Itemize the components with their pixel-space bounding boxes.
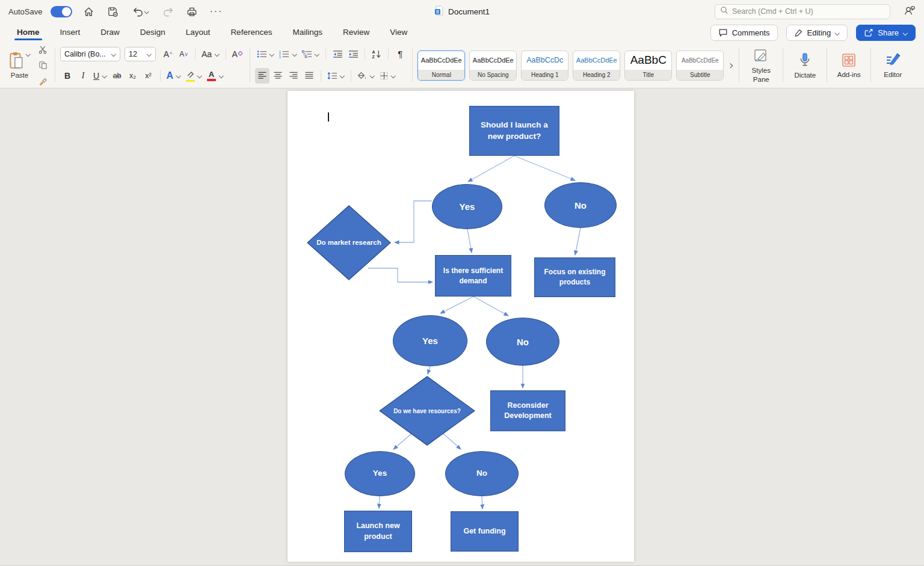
- clear-formatting-button[interactable]: A: [230, 46, 245, 62]
- editor-button[interactable]: Editor: [876, 50, 910, 79]
- show-formatting-button[interactable]: ¶: [393, 46, 407, 62]
- style-normal[interactable]: AaBbCcDdEe Normal: [417, 51, 465, 81]
- tab-home[interactable]: Home: [16, 24, 41, 42]
- styles-pane-button[interactable]: Styles Pane: [744, 46, 778, 84]
- flowchart-shape-yes-2[interactable]: Yes: [393, 315, 467, 366]
- chevron-down-icon: [292, 52, 297, 57]
- italic-button[interactable]: I: [76, 68, 90, 84]
- increase-indent-button[interactable]: [346, 46, 360, 62]
- redo-icon[interactable]: [160, 4, 176, 19]
- flowchart-shape-launch[interactable]: Launch new product: [344, 511, 412, 552]
- tab-view[interactable]: View: [389, 24, 408, 42]
- justify-button[interactable]: [302, 68, 316, 84]
- font-name-value: Calibri (Bo...: [64, 50, 106, 58]
- shading-button[interactable]: [356, 68, 376, 84]
- style-title[interactable]: AaBbC Title: [624, 51, 672, 81]
- highlight-color-button[interactable]: [184, 68, 204, 84]
- search-input[interactable]: [732, 7, 885, 16]
- flowchart: Should I launch a new product?YesNoDo ma…: [288, 91, 634, 562]
- grow-font-button[interactable]: A^: [161, 46, 175, 62]
- eraser-icon: [238, 51, 243, 57]
- line-spacing-button[interactable]: [325, 68, 346, 84]
- tab-review[interactable]: Review: [342, 24, 371, 42]
- style-heading-2[interactable]: AaBbCcDdEe Heading 2: [573, 51, 620, 81]
- autosave-toggle[interactable]: [51, 6, 72, 17]
- superscript-button[interactable]: x²: [141, 68, 156, 84]
- shrink-font-button[interactable]: Av: [176, 46, 191, 62]
- chevron-down-icon: [340, 73, 345, 78]
- addins-label: Add-ins: [837, 70, 861, 79]
- flowchart-shape-reconsider[interactable]: Reconsider Development: [490, 390, 565, 431]
- addins-button[interactable]: Add-ins: [832, 50, 866, 79]
- flowchart-shape-demand[interactable]: Is there sufficient demand: [435, 255, 511, 297]
- flowchart-shape-no-2[interactable]: No: [486, 318, 559, 366]
- more-options-icon[interactable]: ···: [208, 4, 224, 19]
- comments-button[interactable]: Comments: [710, 25, 778, 41]
- feedback-person-icon[interactable]: [904, 5, 916, 19]
- align-left-button[interactable]: [255, 68, 270, 84]
- toggle-knob: [62, 7, 71, 16]
- word-document-icon: [434, 5, 444, 18]
- comment-bubble-icon: [718, 28, 728, 37]
- editing-mode-button[interactable]: Editing: [786, 25, 848, 41]
- align-right-button[interactable]: [286, 68, 301, 84]
- editor-label: Editor: [884, 70, 902, 79]
- print-icon[interactable]: [184, 4, 200, 19]
- decrease-indent-button[interactable]: [330, 46, 345, 62]
- flowchart-shape-funding[interactable]: Get funding: [451, 511, 519, 552]
- dictate-button[interactable]: Dictate: [788, 50, 822, 79]
- flowchart-shape-market[interactable]: Do market research: [307, 205, 391, 280]
- flowchart-shape-resources[interactable]: Do we have resources?: [379, 376, 475, 446]
- chevron-down-icon: [219, 73, 224, 78]
- numbering-button[interactable]: 123: [277, 46, 298, 62]
- subscript-button[interactable]: x₂: [126, 68, 140, 84]
- flowchart-shape-no-1[interactable]: No: [544, 182, 617, 228]
- font-size-value: 12: [129, 50, 137, 58]
- flowchart-shape-focus[interactable]: Focus on existing products: [534, 257, 615, 297]
- style-heading-1[interactable]: AaBbCcDc Heading 1: [521, 51, 568, 81]
- strikethrough-button[interactable]: ab: [110, 68, 125, 84]
- flowchart-shape-yes-1[interactable]: Yes: [432, 184, 502, 229]
- comments-label: Comments: [732, 28, 770, 37]
- sort-button[interactable]: AZ: [369, 46, 384, 62]
- text-effects-button[interactable]: A: [165, 68, 183, 84]
- borders-button[interactable]: [378, 68, 398, 84]
- style-no-spacing[interactable]: AaBbCcDdEe No Spacing: [469, 51, 517, 81]
- share-icon: [864, 28, 873, 37]
- font-name-select[interactable]: Calibri (Bo...: [60, 47, 120, 61]
- document-page[interactable]: Should I launch a new product?YesNoDo ma…: [288, 91, 634, 562]
- format-painter-icon[interactable]: [35, 73, 50, 89]
- tab-mailings[interactable]: Mailings: [291, 24, 324, 42]
- tab-draw[interactable]: Draw: [99, 24, 121, 42]
- paste-button[interactable]: Paste: [6, 51, 33, 80]
- search-bar[interactable]: [715, 4, 890, 19]
- change-case-button[interactable]: Aa: [200, 46, 221, 62]
- home-icon[interactable]: [81, 4, 96, 19]
- tab-references[interactable]: References: [229, 24, 273, 42]
- font-size-select[interactable]: 12: [125, 47, 156, 61]
- tab-insert[interactable]: Insert: [59, 24, 82, 42]
- underline-button[interactable]: U: [91, 68, 109, 84]
- style-subtitle[interactable]: AaBbCcDdEe Subtitle: [676, 51, 724, 81]
- style-sample: AaBbCcDc: [522, 51, 568, 70]
- share-button[interactable]: Share: [856, 25, 916, 41]
- flowchart-shape-start[interactable]: Should I launch a new product?: [469, 106, 559, 156]
- style-sample: AaBbCcDdEe: [677, 51, 723, 70]
- document-canvas-area[interactable]: Should I launch a new product?YesNoDo ma…: [0, 88, 924, 566]
- multilevel-list-button[interactable]: [300, 46, 321, 62]
- tab-layout[interactable]: Layout: [185, 24, 212, 42]
- copy-icon[interactable]: [35, 58, 50, 73]
- tab-design[interactable]: Design: [139, 24, 167, 42]
- bold-button[interactable]: B: [60, 68, 75, 84]
- cut-icon[interactable]: [35, 42, 50, 58]
- bullets-button[interactable]: [255, 46, 276, 62]
- undo-icon[interactable]: [129, 4, 152, 19]
- more-styles-chevron-icon[interactable]: [728, 63, 733, 68]
- outdent-icon: [333, 50, 343, 58]
- align-center-button[interactable]: [271, 68, 285, 84]
- flowchart-shape-yes-3[interactable]: Yes: [345, 451, 415, 496]
- ribbon-tabs: Home Insert Draw Design Layout Reference…: [16, 24, 408, 42]
- flowchart-shape-no-3[interactable]: No: [445, 451, 519, 496]
- font-color-button[interactable]: A: [205, 68, 225, 84]
- save-icon[interactable]: [105, 4, 120, 19]
